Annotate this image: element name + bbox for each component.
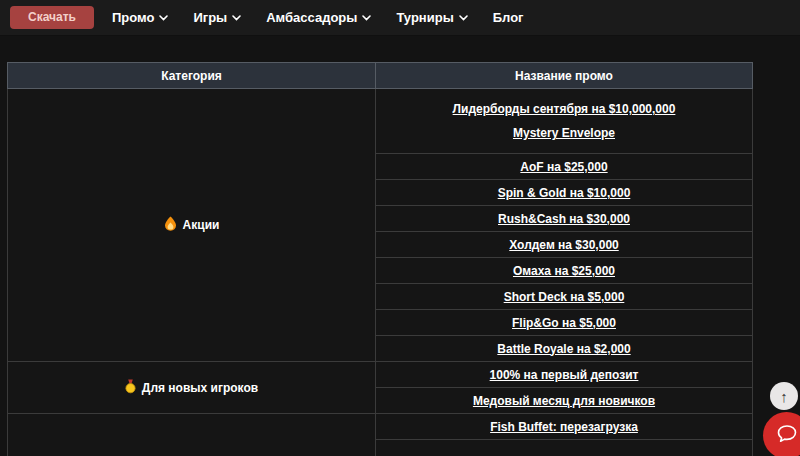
promo-cell: Холдем на $30,000 [376, 232, 753, 258]
promo-cell: 100% на первый депозит [376, 362, 753, 388]
promo-cell: Short Deck на $5,000 [376, 284, 753, 310]
table-row: Fish Buffet: перезагрузка [8, 414, 753, 440]
promo-cell: Омаха на $25,000 [376, 258, 753, 284]
promo-cell: Лидерборды сентября на $10,000,000 Myste… [376, 89, 753, 154]
chevron-down-icon [362, 15, 371, 21]
category-label: Акции [183, 218, 220, 232]
promo-cell: Медовый месяц для новичков [376, 388, 753, 414]
medal-icon [125, 379, 136, 397]
promo-cell: Rush&Cash на $30,000 [376, 206, 753, 232]
chat-bubble-icon [776, 424, 798, 448]
promo-link-battle-royale[interactable]: Battle Royale на $2,000 [497, 342, 630, 356]
nav-menu: Промо Игры Амбассадоры Турниры Блог [112, 10, 524, 25]
promo-link-holdem[interactable]: Холдем на $30,000 [509, 238, 618, 252]
nav-item-label: Турниры [396, 10, 453, 25]
promo-link-honeymoon[interactable]: Медовый месяц для новичков [473, 394, 655, 408]
top-navigation-bar: Скачать Промо Игры Амбассадоры Турниры [0, 0, 800, 36]
table-row: Для новых игроков 100% на первый депозит [8, 362, 753, 388]
promo-link-flip-go[interactable]: Flip&Go на $5,000 [512, 316, 616, 330]
column-header-category: Категория [8, 63, 376, 89]
nav-item-blog[interactable]: Блог [493, 10, 524, 25]
promo-link-aof[interactable]: AoF на $25,000 [520, 160, 607, 174]
column-header-promo-name: Название промо [376, 63, 753, 89]
nav-item-label: Амбассадоры [266, 10, 357, 25]
live-chat-button[interactable] [763, 412, 800, 456]
promo-link-short-deck[interactable]: Short Deck на $5,000 [504, 290, 625, 304]
promo-link-mystery-envelope[interactable]: Mystery Envelope [513, 126, 615, 140]
promo-link-omaha[interactable]: Омаха на $25,000 [513, 264, 615, 278]
promo-cell: Battle Royale на $2,000 [376, 336, 753, 362]
fire-icon [164, 216, 177, 234]
category-cell-promotions: Акции [8, 89, 376, 362]
chevron-down-icon [232, 15, 241, 21]
nav-item-promo[interactable]: Промо [112, 10, 168, 25]
promo-table-container: Категория Название промо Акции [7, 62, 753, 456]
promo-link-rush-cash[interactable]: Rush&Cash на $30,000 [498, 212, 630, 226]
category-label: Для новых игроков [142, 381, 258, 395]
table-row: Акции Лидерборды сентября на $10,000,000… [8, 89, 753, 154]
table-header-row: Категория Название промо [8, 63, 753, 89]
promo-link-fish-buffet[interactable]: Fish Buffet: перезагрузка [490, 420, 638, 434]
promo-link-first-deposit[interactable]: 100% на первый депозит [490, 368, 639, 382]
promo-link-leaderboards[interactable]: Лидерборды сентября на $10,000,000 [453, 102, 676, 116]
nav-item-label: Игры [193, 10, 227, 25]
nav-item-tournaments[interactable]: Турниры [396, 10, 467, 25]
promo-cell: Flip&Go на $5,000 [376, 310, 753, 336]
chevron-down-icon [459, 15, 468, 21]
promo-cell [376, 440, 753, 456]
scroll-to-top-button[interactable]: ↑ [770, 382, 798, 410]
promo-link-spin-gold[interactable]: Spin & Gold на $10,000 [498, 186, 631, 200]
up-arrow-icon: ↑ [780, 389, 788, 404]
promo-cell: Fish Buffet: перезагрузка [376, 414, 753, 440]
download-button[interactable]: Скачать [10, 6, 94, 29]
category-cell-new-players: Для новых игроков [8, 362, 376, 414]
promo-cell: AoF на $25,000 [376, 154, 753, 180]
chevron-down-icon [159, 15, 168, 21]
nav-item-games[interactable]: Игры [193, 10, 241, 25]
nav-item-label: Промо [112, 10, 154, 25]
promo-cell: Spin & Gold на $10,000 [376, 180, 753, 206]
nav-item-label: Блог [493, 10, 524, 25]
promo-table: Категория Название промо Акции [7, 62, 753, 456]
nav-item-ambassadors[interactable]: Амбассадоры [266, 10, 371, 25]
category-cell-hidden [8, 414, 376, 456]
